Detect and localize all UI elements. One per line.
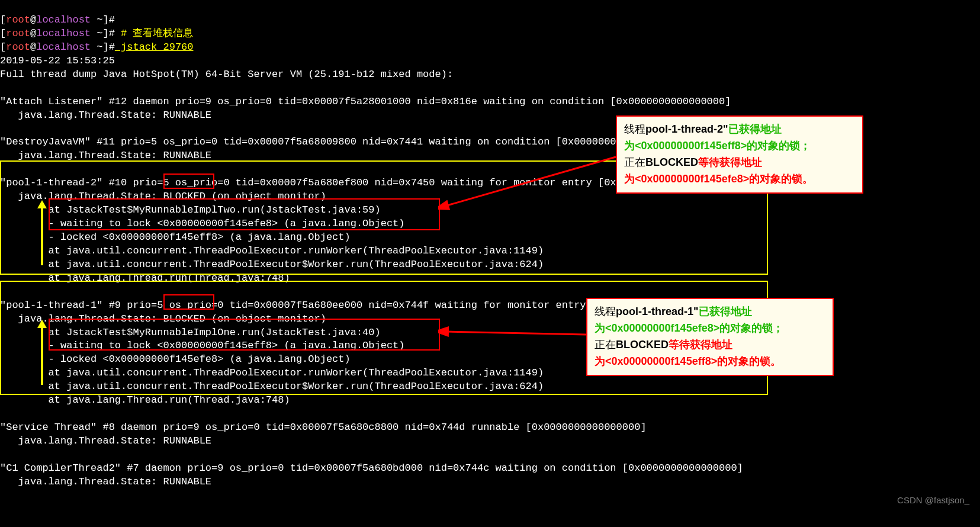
annotation-thread2: 线程pool-1-thread-2"已获得地址 为<0x00000000f145… [616, 115, 863, 194]
annotation-thread1: 线程pool-1-thread-1"已获得地址 为<0x00000000f145… [586, 298, 834, 376]
note-text: 的对象的锁。 [717, 355, 781, 367]
prompt-at: @ [30, 41, 36, 53]
line-tpexec-worker: at java.util.concurrent.ThreadPoolExecut… [0, 381, 544, 392]
prompt-user: root [6, 28, 30, 39]
note-text: 已获得地址 [699, 306, 752, 317]
prompt-close: ]# [102, 14, 114, 25]
note-address: <0x00000000f145efe8> [635, 173, 749, 185]
line-state-runnable: java.lang.Thread.State: RUNNABLE [0, 110, 211, 121]
prompt-close: ]# [102, 41, 114, 53]
note-thread-name: pool-1-thread-1" [616, 306, 699, 317]
note-text: 为 [595, 355, 605, 367]
line-state-runnable: java.lang.Thread.State: RUNNABLE [0, 150, 211, 161]
terminal-output: [root@localhost ~]# [root@localhost ~]# … [0, 0, 980, 489]
cmd-comment: # 查看堆栈信息 [115, 28, 194, 39]
note-text: 的对象的锁； [747, 140, 811, 152]
line-dump-header: Full thread dump Java HotSpot(TM) 64-Bit… [0, 69, 453, 80]
prompt-close: ]# [102, 28, 114, 39]
prompt-bracket: [ [0, 14, 6, 25]
note-text: 线程 [595, 306, 616, 317]
prompt-bracket: [ [0, 28, 6, 39]
note-blocked: BLOCKED [616, 339, 669, 351]
note-text: 正在 [624, 156, 645, 168]
line-state-blocked: java.lang.Thread.State: BLOCKED (on obje… [0, 191, 326, 202]
note-text: 为 [624, 173, 635, 185]
prompt-at: @ [30, 28, 36, 39]
note-blocked: BLOCKED [645, 156, 698, 168]
prompt-tilde: ~ [91, 41, 102, 53]
line-timestamp: 2019-05-22 15:53:25 [0, 55, 115, 66]
prompt-tilde: ~ [91, 14, 102, 25]
prompt-host: localhost [36, 14, 91, 25]
note-text: 等待获得地址 [669, 339, 732, 351]
line-tpexec-runworker: at java.util.concurrent.ThreadPoolExecut… [0, 367, 544, 378]
line-thread-run: at java.lang.Thread.run(Thread.java:748) [0, 394, 290, 406]
prompt-host: localhost [36, 41, 91, 53]
line-compiler-thread: "C1 CompilerThread2" #7 daemon prio=9 os… [0, 462, 743, 474]
line-destroy-vm: "DestroyJavaVM" #11 prio=5 os_prio=0 tid… [0, 136, 677, 147]
note-text: 为 [624, 140, 635, 152]
prompt-bracket: [ [0, 41, 6, 53]
note-thread-name: pool-1-thread-2" [645, 123, 728, 135]
watermark: CSDN @fastjson_ [897, 494, 969, 506]
note-text: 正在 [595, 339, 616, 351]
note-text: 的对象的锁； [719, 322, 783, 334]
prompt-user: root [6, 41, 30, 53]
line-pool2-at: at JstackTest$MyRunnableImplTwo.run(Jsta… [0, 204, 381, 216]
note-address: <0x00000000f145eff8> [635, 140, 747, 152]
line-thread-run: at java.lang.Thread.run(Thread.java:748) [0, 272, 290, 284]
line-attach-listener: "Attach Listener" #12 daemon prio=9 os_p… [0, 96, 731, 107]
line-service-thread: "Service Thread" #8 daemon prio=9 os_pri… [0, 422, 647, 433]
line-pool2-header: "pool-1-thread-2" #10 prio=5 os_prio=0 t… [0, 177, 719, 188]
line-state-runnable: java.lang.Thread.State: RUNNABLE [0, 435, 211, 446]
prompt-user: root [6, 14, 30, 25]
note-text: 为 [595, 322, 605, 334]
note-address: <0x00000000f145efe8> [605, 322, 719, 334]
line-state-runnable: java.lang.Thread.State: RUNNABLE [0, 476, 211, 487]
note-text: 线程 [624, 123, 645, 135]
line-pool2-locked: - locked <0x00000000f145eff8> (a java.la… [0, 232, 351, 243]
line-tpexec-runworker: at java.util.concurrent.ThreadPoolExecut… [0, 245, 544, 256]
note-text: 已获得地址 [728, 123, 782, 135]
cmd-jstack: jstack 29760 [115, 41, 194, 53]
prompt-at: @ [30, 14, 36, 25]
line-pool1-waiting: - waiting to lock <0x00000000f145eff8> (… [0, 340, 405, 351]
prompt-host: localhost [36, 28, 91, 39]
note-text: 的对象的锁。 [749, 173, 813, 185]
line-tpexec-worker: at java.util.concurrent.ThreadPoolExecut… [0, 259, 544, 270]
note-text: 等待获得地址 [698, 156, 762, 168]
cmd-blank [115, 14, 121, 25]
prompt-tilde: ~ [91, 28, 102, 39]
line-pool1-at: at JstackTest$MyRunnableImplOne.run(Jsta… [0, 327, 381, 338]
line-pool1-locked: - locked <0x00000000f145efe8> (a java.la… [0, 354, 351, 365]
note-address: <0x00000000f145eff8> [605, 355, 717, 367]
line-state-blocked: java.lang.Thread.State: BLOCKED (on obje… [0, 313, 326, 324]
line-pool2-waiting: - waiting to lock <0x00000000f145efe8> (… [0, 218, 405, 229]
